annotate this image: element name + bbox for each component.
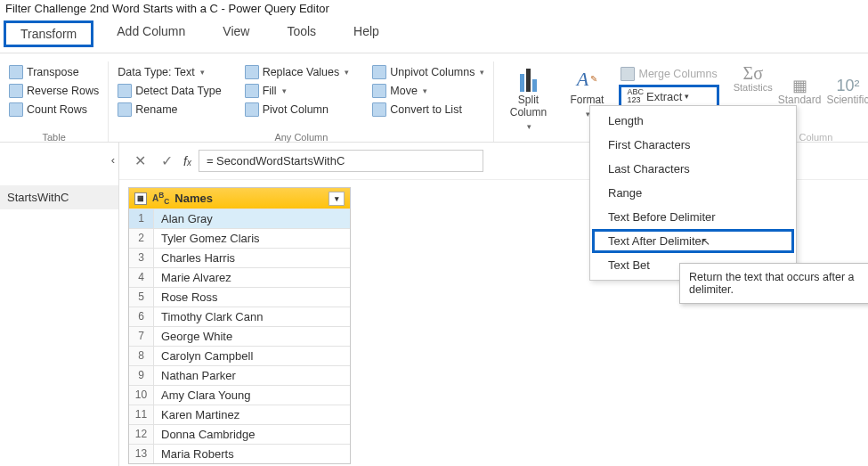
count-rows-button[interactable]: Count Rows: [7, 101, 101, 119]
table-row[interactable]: 9Nathan Parker: [129, 365, 350, 385]
unpivot-label: Unpivot Columns: [390, 64, 475, 80]
count-label: Count Rows: [27, 102, 87, 118]
column-filter-icon[interactable]: ▾: [329, 192, 345, 206]
row-number: 11: [129, 405, 154, 424]
row-number: 3: [129, 249, 154, 267]
statistics-button[interactable]: ΣσStatistics: [734, 63, 773, 94]
replace-icon: [245, 65, 259, 79]
unpivot-icon: [372, 65, 386, 79]
menu-last-characters[interactable]: Last Characters: [592, 157, 794, 181]
menu-first-characters[interactable]: First Characters: [592, 133, 794, 157]
tab-view[interactable]: View: [208, 20, 264, 47]
unpivot-button[interactable]: Unpivot Columns: [370, 63, 486, 81]
table-row[interactable]: 5Rose Ross: [129, 287, 350, 307]
row-number: 13: [129, 445, 154, 463]
pivot-button[interactable]: Pivot Column: [243, 101, 352, 119]
fx-icon[interactable]: fx: [183, 154, 191, 168]
column-type-icon: ABC: [152, 191, 169, 206]
table-row[interactable]: 11Karen Martinez: [129, 405, 350, 424]
ribbon-tabs: Transform Add Column View Tools Help: [0, 17, 868, 53]
data-table: ▦ ABC Names ▾ 1Alan Gray2Tyler Gomez Cla…: [128, 187, 351, 464]
table-row[interactable]: 12Donna Cambridge: [129, 424, 350, 444]
menu-after-label: Text After Delimiter: [608, 234, 705, 248]
row-number: 10: [129, 386, 154, 405]
collapse-queries-icon[interactable]: ‹: [111, 153, 115, 167]
sigma-icon: Σσ: [743, 67, 763, 79]
row-number: 5: [129, 288, 154, 307]
cell-value: Charles Harris: [154, 249, 350, 267]
extract-icon: ABC123: [627, 88, 644, 104]
tab-transform[interactable]: Transform: [4, 20, 93, 47]
split-column-button[interactable]: Split Column: [501, 63, 555, 133]
move-label: Move: [390, 83, 418, 99]
table-row[interactable]: 4Marie Alvarez: [129, 267, 350, 287]
cancel-formula-icon[interactable]: ✕: [130, 152, 150, 169]
row-number: 7: [129, 327, 154, 346]
tab-add-column[interactable]: Add Column: [102, 20, 199, 47]
extract-menu: Length First Characters Last Characters …: [589, 105, 797, 281]
rename-label: Rename: [135, 102, 177, 118]
table-icon[interactable]: ▦: [134, 192, 147, 205]
pivot-icon: [245, 102, 259, 117]
standard-label: Standard: [778, 94, 822, 106]
queries-pane: ‹ StartsWithC: [0, 143, 119, 466]
window-title: Filter Challenge 2nd Word Starts with a …: [0, 0, 868, 17]
table-row[interactable]: 1Alan Gray: [129, 208, 350, 228]
group-label-table: Table: [0, 132, 108, 143]
convert-list-button[interactable]: Convert to List: [370, 101, 486, 119]
replace-values-button[interactable]: Replace Values: [243, 63, 352, 81]
cell-value: Alan Gray: [154, 209, 350, 228]
menu-range[interactable]: Range: [592, 181, 794, 205]
formula-input[interactable]: [199, 150, 483, 172]
row-number: 1: [129, 209, 154, 228]
reverse-rows-button[interactable]: Reverse Rows: [7, 82, 101, 100]
tab-tools[interactable]: Tools: [272, 20, 330, 47]
cell-value: Tyler Gomez Claris: [154, 229, 350, 248]
table-row[interactable]: 6Timothy Clark Cann: [129, 307, 350, 326]
scientific-button[interactable]: 10² Scientific: [826, 63, 868, 106]
menu-text-before-delimiter[interactable]: Text Before Delimiter: [592, 205, 794, 229]
cell-value: Nathan Parker: [154, 366, 350, 385]
detect-type-button[interactable]: Detect Data Type: [116, 82, 223, 100]
fill-button[interactable]: Fill: [243, 82, 352, 100]
merge-icon: [621, 67, 635, 81]
table-row[interactable]: 8Carolyn Campbell: [129, 346, 350, 365]
transpose-icon: [9, 65, 23, 79]
convert-label: Convert to List: [390, 102, 462, 118]
data-type-button[interactable]: Data Type: Text: [116, 63, 223, 81]
detect-icon: [118, 84, 132, 98]
merge-label: Merge Columns: [638, 66, 717, 82]
column-header[interactable]: ▦ ABC Names ▾: [129, 188, 350, 208]
cursor-icon: ↖: [702, 235, 710, 248]
row-number: 8: [129, 347, 154, 365]
standard-button[interactable]: ▦ Standard: [778, 63, 822, 106]
table-row[interactable]: 2Tyler Gomez Claris: [129, 228, 350, 248]
move-button[interactable]: Move: [370, 82, 486, 100]
merge-columns-button[interactable]: Merge Columns: [619, 65, 718, 83]
cell-value: Rose Ross: [154, 288, 350, 307]
extract-label: Extract: [646, 90, 682, 103]
transpose-button[interactable]: Transpose: [7, 63, 101, 81]
rename-icon: [118, 102, 132, 117]
tab-help[interactable]: Help: [339, 20, 393, 47]
cell-value: Timothy Clark Cann: [154, 307, 350, 326]
accept-formula-icon[interactable]: ✓: [157, 152, 176, 169]
cell-value: Amy Clara Young: [154, 386, 350, 405]
rename-button[interactable]: Rename: [116, 101, 223, 119]
table-row[interactable]: 7George White: [129, 326, 350, 346]
menu-text-after-delimiter[interactable]: Text After Delimiter ↖: [592, 229, 794, 253]
table-row[interactable]: 3Charles Harris: [129, 248, 350, 267]
transpose-label: Transpose: [27, 64, 79, 80]
cell-value: Carolyn Campbell: [154, 347, 350, 365]
count-icon: [9, 102, 23, 117]
replace-label: Replace Values: [263, 64, 340, 80]
split-label: Split Column: [510, 94, 547, 119]
query-item[interactable]: StartsWithC: [0, 185, 118, 209]
scientific-icon: 10²: [833, 67, 862, 92]
table-row[interactable]: 10Amy Clara Young: [129, 385, 350, 405]
cell-value: Marie Alvarez: [154, 268, 350, 287]
menu-length[interactable]: Length: [592, 109, 794, 133]
cell-value: George White: [154, 327, 350, 346]
table-row[interactable]: 13Maria Roberts: [129, 444, 350, 463]
fill-icon: [245, 84, 259, 98]
